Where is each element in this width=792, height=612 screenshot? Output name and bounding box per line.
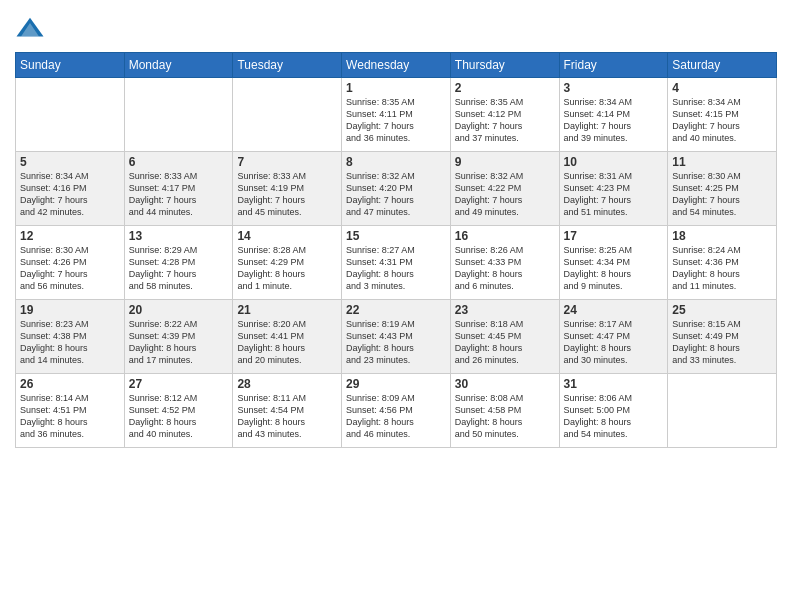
day-number: 21	[237, 303, 337, 317]
calendar-cell	[16, 78, 125, 152]
day-number: 24	[564, 303, 664, 317]
calendar-cell: 19Sunrise: 8:23 AM Sunset: 4:38 PM Dayli…	[16, 300, 125, 374]
day-info: Sunrise: 8:19 AM Sunset: 4:43 PM Dayligh…	[346, 318, 446, 367]
calendar-header-saturday: Saturday	[668, 53, 777, 78]
calendar-cell: 28Sunrise: 8:11 AM Sunset: 4:54 PM Dayli…	[233, 374, 342, 448]
calendar-cell	[124, 78, 233, 152]
day-info: Sunrise: 8:30 AM Sunset: 4:26 PM Dayligh…	[20, 244, 120, 293]
calendar-header-wednesday: Wednesday	[342, 53, 451, 78]
calendar-header-monday: Monday	[124, 53, 233, 78]
day-number: 31	[564, 377, 664, 391]
day-info: Sunrise: 8:34 AM Sunset: 4:15 PM Dayligh…	[672, 96, 772, 145]
calendar-cell: 31Sunrise: 8:06 AM Sunset: 5:00 PM Dayli…	[559, 374, 668, 448]
day-info: Sunrise: 8:34 AM Sunset: 4:14 PM Dayligh…	[564, 96, 664, 145]
calendar-cell: 14Sunrise: 8:28 AM Sunset: 4:29 PM Dayli…	[233, 226, 342, 300]
calendar-cell: 23Sunrise: 8:18 AM Sunset: 4:45 PM Dayli…	[450, 300, 559, 374]
calendar-week-row: 19Sunrise: 8:23 AM Sunset: 4:38 PM Dayli…	[16, 300, 777, 374]
calendar-cell: 10Sunrise: 8:31 AM Sunset: 4:23 PM Dayli…	[559, 152, 668, 226]
calendar-table: SundayMondayTuesdayWednesdayThursdayFrid…	[15, 52, 777, 448]
calendar-cell: 1Sunrise: 8:35 AM Sunset: 4:11 PM Daylig…	[342, 78, 451, 152]
day-info: Sunrise: 8:33 AM Sunset: 4:17 PM Dayligh…	[129, 170, 229, 219]
day-info: Sunrise: 8:23 AM Sunset: 4:38 PM Dayligh…	[20, 318, 120, 367]
day-info: Sunrise: 8:28 AM Sunset: 4:29 PM Dayligh…	[237, 244, 337, 293]
calendar-week-row: 1Sunrise: 8:35 AM Sunset: 4:11 PM Daylig…	[16, 78, 777, 152]
day-number: 13	[129, 229, 229, 243]
calendar-cell: 3Sunrise: 8:34 AM Sunset: 4:14 PM Daylig…	[559, 78, 668, 152]
day-number: 6	[129, 155, 229, 169]
day-info: Sunrise: 8:30 AM Sunset: 4:25 PM Dayligh…	[672, 170, 772, 219]
day-number: 16	[455, 229, 555, 243]
calendar-cell: 22Sunrise: 8:19 AM Sunset: 4:43 PM Dayli…	[342, 300, 451, 374]
day-number: 9	[455, 155, 555, 169]
calendar-cell: 7Sunrise: 8:33 AM Sunset: 4:19 PM Daylig…	[233, 152, 342, 226]
day-info: Sunrise: 8:18 AM Sunset: 4:45 PM Dayligh…	[455, 318, 555, 367]
calendar-header-row: SundayMondayTuesdayWednesdayThursdayFrid…	[16, 53, 777, 78]
day-info: Sunrise: 8:20 AM Sunset: 4:41 PM Dayligh…	[237, 318, 337, 367]
day-number: 17	[564, 229, 664, 243]
calendar-header-thursday: Thursday	[450, 53, 559, 78]
calendar-cell: 17Sunrise: 8:25 AM Sunset: 4:34 PM Dayli…	[559, 226, 668, 300]
day-number: 12	[20, 229, 120, 243]
day-info: Sunrise: 8:33 AM Sunset: 4:19 PM Dayligh…	[237, 170, 337, 219]
day-info: Sunrise: 8:35 AM Sunset: 4:11 PM Dayligh…	[346, 96, 446, 145]
calendar-cell: 4Sunrise: 8:34 AM Sunset: 4:15 PM Daylig…	[668, 78, 777, 152]
day-number: 7	[237, 155, 337, 169]
day-info: Sunrise: 8:14 AM Sunset: 4:51 PM Dayligh…	[20, 392, 120, 441]
day-number: 19	[20, 303, 120, 317]
calendar-cell: 29Sunrise: 8:09 AM Sunset: 4:56 PM Dayli…	[342, 374, 451, 448]
day-info: Sunrise: 8:27 AM Sunset: 4:31 PM Dayligh…	[346, 244, 446, 293]
calendar-week-row: 26Sunrise: 8:14 AM Sunset: 4:51 PM Dayli…	[16, 374, 777, 448]
calendar-cell: 25Sunrise: 8:15 AM Sunset: 4:49 PM Dayli…	[668, 300, 777, 374]
day-number: 8	[346, 155, 446, 169]
logo-icon	[15, 14, 45, 44]
calendar-cell	[668, 374, 777, 448]
day-number: 10	[564, 155, 664, 169]
day-info: Sunrise: 8:32 AM Sunset: 4:22 PM Dayligh…	[455, 170, 555, 219]
calendar-cell: 6Sunrise: 8:33 AM Sunset: 4:17 PM Daylig…	[124, 152, 233, 226]
day-number: 5	[20, 155, 120, 169]
day-number: 22	[346, 303, 446, 317]
calendar-cell: 13Sunrise: 8:29 AM Sunset: 4:28 PM Dayli…	[124, 226, 233, 300]
day-number: 15	[346, 229, 446, 243]
day-number: 27	[129, 377, 229, 391]
calendar-cell: 18Sunrise: 8:24 AM Sunset: 4:36 PM Dayli…	[668, 226, 777, 300]
day-info: Sunrise: 8:26 AM Sunset: 4:33 PM Dayligh…	[455, 244, 555, 293]
day-info: Sunrise: 8:29 AM Sunset: 4:28 PM Dayligh…	[129, 244, 229, 293]
day-info: Sunrise: 8:15 AM Sunset: 4:49 PM Dayligh…	[672, 318, 772, 367]
day-info: Sunrise: 8:06 AM Sunset: 5:00 PM Dayligh…	[564, 392, 664, 441]
calendar-cell: 8Sunrise: 8:32 AM Sunset: 4:20 PM Daylig…	[342, 152, 451, 226]
calendar-header-friday: Friday	[559, 53, 668, 78]
logo	[15, 14, 49, 44]
day-info: Sunrise: 8:25 AM Sunset: 4:34 PM Dayligh…	[564, 244, 664, 293]
calendar-cell: 15Sunrise: 8:27 AM Sunset: 4:31 PM Dayli…	[342, 226, 451, 300]
day-number: 11	[672, 155, 772, 169]
calendar-cell: 20Sunrise: 8:22 AM Sunset: 4:39 PM Dayli…	[124, 300, 233, 374]
day-number: 23	[455, 303, 555, 317]
day-number: 25	[672, 303, 772, 317]
day-number: 2	[455, 81, 555, 95]
day-info: Sunrise: 8:24 AM Sunset: 4:36 PM Dayligh…	[672, 244, 772, 293]
header	[15, 10, 777, 44]
calendar-cell: 9Sunrise: 8:32 AM Sunset: 4:22 PM Daylig…	[450, 152, 559, 226]
calendar-cell: 5Sunrise: 8:34 AM Sunset: 4:16 PM Daylig…	[16, 152, 125, 226]
page-container: SundayMondayTuesdayWednesdayThursdayFrid…	[0, 0, 792, 612]
day-info: Sunrise: 8:32 AM Sunset: 4:20 PM Dayligh…	[346, 170, 446, 219]
day-info: Sunrise: 8:11 AM Sunset: 4:54 PM Dayligh…	[237, 392, 337, 441]
calendar-cell: 2Sunrise: 8:35 AM Sunset: 4:12 PM Daylig…	[450, 78, 559, 152]
day-number: 4	[672, 81, 772, 95]
day-number: 29	[346, 377, 446, 391]
day-number: 28	[237, 377, 337, 391]
day-number: 18	[672, 229, 772, 243]
calendar-cell: 11Sunrise: 8:30 AM Sunset: 4:25 PM Dayli…	[668, 152, 777, 226]
day-info: Sunrise: 8:17 AM Sunset: 4:47 PM Dayligh…	[564, 318, 664, 367]
calendar-cell: 26Sunrise: 8:14 AM Sunset: 4:51 PM Dayli…	[16, 374, 125, 448]
calendar-cell: 12Sunrise: 8:30 AM Sunset: 4:26 PM Dayli…	[16, 226, 125, 300]
day-number: 26	[20, 377, 120, 391]
calendar-header-tuesday: Tuesday	[233, 53, 342, 78]
day-info: Sunrise: 8:08 AM Sunset: 4:58 PM Dayligh…	[455, 392, 555, 441]
day-number: 3	[564, 81, 664, 95]
calendar-cell	[233, 78, 342, 152]
calendar-cell: 27Sunrise: 8:12 AM Sunset: 4:52 PM Dayli…	[124, 374, 233, 448]
day-info: Sunrise: 8:35 AM Sunset: 4:12 PM Dayligh…	[455, 96, 555, 145]
day-number: 30	[455, 377, 555, 391]
